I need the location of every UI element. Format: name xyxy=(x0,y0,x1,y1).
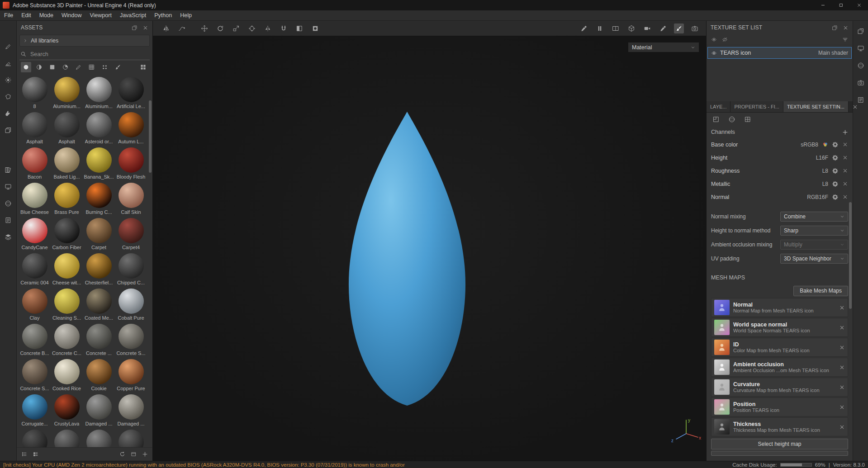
material-item[interactable]: Cooked Rice xyxy=(51,357,83,392)
material-item[interactable]: Carpet xyxy=(83,216,115,251)
dock-icon[interactable] xyxy=(832,25,838,31)
texture-set-shader-link[interactable]: Main shader xyxy=(818,50,848,56)
channel-format-select[interactable]: L8 xyxy=(822,181,828,187)
material-item[interactable]: CrustyLava xyxy=(51,392,83,427)
material-item[interactable]: Chesterfiel... xyxy=(83,251,115,286)
channel-remove-icon[interactable] xyxy=(842,142,848,147)
material-item[interactable]: Coated Me... xyxy=(83,286,115,321)
material-item[interactable]: Damaged ... xyxy=(115,392,147,427)
material-item[interactable]: Asphalt xyxy=(19,110,51,145)
mesh-map-row[interactable]: Thickness Thickness Map from Mesh TEARS … xyxy=(711,417,848,436)
smudge-icon[interactable] xyxy=(3,109,13,118)
channel-format-select[interactable]: sRGB8 xyxy=(801,142,818,148)
grid-icon[interactable] xyxy=(86,62,97,72)
resolution-icon[interactable] xyxy=(711,114,721,124)
dropper-icon[interactable] xyxy=(658,24,668,33)
brush-icon[interactable] xyxy=(113,62,123,72)
material-item[interactable]: Clay xyxy=(19,286,51,321)
eraser-icon[interactable] xyxy=(3,58,13,68)
material-item[interactable]: Bacon xyxy=(19,145,51,180)
stencil-icon[interactable] xyxy=(310,24,320,33)
mesh-map-remove-icon[interactable] xyxy=(839,424,845,430)
add-channel-icon[interactable] xyxy=(842,129,848,135)
sphere-icon[interactable] xyxy=(3,199,13,208)
brush-icon[interactable] xyxy=(674,24,684,33)
lazy-mouse-icon[interactable] xyxy=(177,24,187,33)
channel-format-select[interactable]: L16F xyxy=(816,155,828,161)
material-item[interactable]: Copper Pure xyxy=(115,357,147,392)
mesh-map-remove-icon[interactable] xyxy=(839,345,845,350)
material-item[interactable] xyxy=(19,427,51,447)
mesh-map-row[interactable]: Curvature Curvature Map from Mesh TEARS … xyxy=(711,378,848,397)
mesh-map-remove-icon[interactable] xyxy=(839,364,845,370)
material-item[interactable]: Ceramic 004 xyxy=(19,251,51,286)
mesh-map-remove-icon[interactable] xyxy=(839,404,845,410)
filter-menu-icon[interactable] xyxy=(842,37,848,43)
eye-icon[interactable] xyxy=(711,37,717,43)
menu-item[interactable]: JavaScript xyxy=(116,12,150,19)
material-item[interactable]: Aluminium... xyxy=(83,75,115,110)
list-small-icon[interactable] xyxy=(21,451,27,457)
bake-mesh-maps-button[interactable]: Bake Mesh Maps xyxy=(793,286,848,296)
mesh-map-row[interactable]: Ambient occlusion Ambient Occlusion ...o… xyxy=(711,358,848,377)
clone-icon[interactable] xyxy=(3,125,13,135)
manipulator-icon[interactable] xyxy=(247,24,257,33)
select-height-map-button[interactable]: Select height map xyxy=(711,439,848,449)
circle-icon[interactable] xyxy=(21,62,31,72)
refresh-icon[interactable] xyxy=(119,451,125,457)
mesh-map-row[interactable]: Normal Normal Map from Mesh TEARS icon xyxy=(711,298,848,317)
sphere-icon[interactable] xyxy=(856,61,866,71)
symmetry-icon[interactable] xyxy=(161,24,171,33)
channel-remove-icon[interactable] xyxy=(842,181,848,187)
magnet-icon[interactable] xyxy=(279,24,289,33)
tab[interactable]: TEXTURE SET SETTIN... xyxy=(783,101,849,112)
channel-remove-icon[interactable] xyxy=(842,168,848,174)
color-swatch-icon[interactable] xyxy=(822,142,828,147)
eye-off-icon[interactable] xyxy=(722,37,728,43)
search-input[interactable] xyxy=(29,51,149,58)
material-item[interactable]: Asteroid or... xyxy=(83,110,115,145)
settings-scrollbar-thumb[interactable] xyxy=(849,202,852,309)
channel-remove-icon[interactable] xyxy=(842,155,848,161)
channel-format-select[interactable]: L8 xyxy=(822,168,828,174)
square-icon[interactable] xyxy=(47,62,57,72)
close-icon[interactable] xyxy=(850,0,868,10)
channel-settings-gear-icon[interactable] xyxy=(832,181,838,187)
channel-settings-gear-icon[interactable] xyxy=(832,155,838,161)
material-item[interactable]: Bloody Flesh xyxy=(115,145,147,180)
material-item[interactable]: Cobalt Pure xyxy=(115,286,147,321)
mesh-map-row[interactable]: Position Position TEARS icon xyxy=(711,397,848,416)
material-item[interactable]: Asphalt xyxy=(51,110,83,145)
material-item[interactable]: Banana_Sk... xyxy=(83,145,115,180)
material-item[interactable]: Blue Cheese xyxy=(19,180,51,216)
material-item[interactable]: Baked Lig... xyxy=(51,145,83,180)
panel-icon[interactable] xyxy=(131,451,137,457)
material-item[interactable]: Concrete C... xyxy=(51,321,83,357)
projection-icon[interactable] xyxy=(3,75,13,85)
mesh-map-row[interactable]: World space normal World Space Normals T… xyxy=(711,318,848,337)
parameter-dropdown[interactable]: Sharp xyxy=(780,226,848,236)
material-item[interactable]: Artificial Le... xyxy=(115,75,147,110)
axis-gizmo-icon[interactable]: y x z xyxy=(669,416,702,444)
material-item[interactable]: Brass Pure xyxy=(51,180,83,216)
pencil-icon[interactable] xyxy=(73,62,84,72)
dock-icon[interactable] xyxy=(856,26,866,36)
material-item[interactable]: Autumn L... xyxy=(115,110,147,145)
dock-icon[interactable] xyxy=(132,25,138,31)
close-icon[interactable] xyxy=(843,25,849,31)
rotate-icon[interactable] xyxy=(215,24,225,33)
material-item[interactable] xyxy=(115,427,147,447)
menu-item[interactable]: Window xyxy=(57,12,85,19)
half-circle-icon[interactable] xyxy=(34,62,44,72)
parameter-dropdown[interactable]: Multiply xyxy=(780,240,848,250)
material-item[interactable]: Calf Skin xyxy=(115,180,147,216)
material-item[interactable]: Damaged ... xyxy=(83,392,115,427)
channel-remove-icon[interactable] xyxy=(842,194,848,200)
monitor-icon[interactable] xyxy=(3,182,13,192)
material-item[interactable]: Concrete B... xyxy=(19,321,51,357)
assets-scrollbar-thumb[interactable] xyxy=(149,100,152,173)
doc-icon[interactable] xyxy=(3,215,13,225)
mesh-map-remove-icon[interactable] xyxy=(839,325,845,331)
shader-mode-dropdown[interactable]: Material xyxy=(628,42,699,52)
parameter-dropdown[interactable]: Combine xyxy=(780,212,848,222)
